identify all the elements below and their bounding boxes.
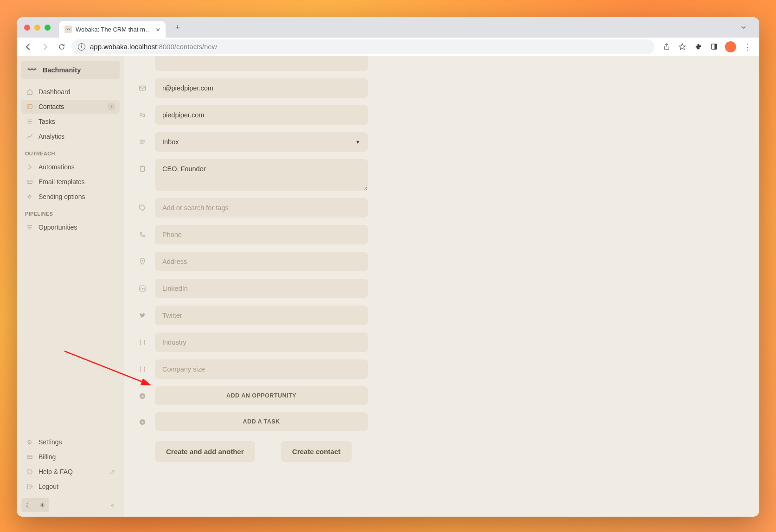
svg-point-15 <box>141 287 141 288</box>
twitter-input[interactable] <box>155 306 368 325</box>
clipboard-icon <box>138 165 147 173</box>
add-contact-badge-icon[interactable]: + <box>108 103 115 110</box>
window-close-button[interactable] <box>24 25 30 31</box>
tab-favicon-icon: 〰 <box>64 26 72 33</box>
main-content: Inbox ▼ <box>124 56 759 517</box>
extensions-icon[interactable] <box>693 42 703 51</box>
link-icon <box>138 111 147 119</box>
name-icon <box>138 58 147 66</box>
sidebar-item-label: Help & FAQ <box>38 468 73 475</box>
custom-field-icon <box>138 338 147 346</box>
company-size-input[interactable] <box>155 359 368 379</box>
sidebar-item-opportunities[interactable]: Opportunities <box>21 220 120 234</box>
name-input[interactable] <box>155 56 368 71</box>
browser-address-bar: i app.wobaka.localhost:8000/contacts/new… <box>17 38 759 56</box>
sidebar-item-settings[interactable]: ⚙ Settings <box>21 435 120 449</box>
nav-back-button[interactable] <box>21 40 35 54</box>
sidebar-footer: ⚙ Settings Billing ? Help & FAQ <box>21 435 120 512</box>
profile-avatar-icon[interactable] <box>725 41 736 52</box>
svg-point-12 <box>141 206 141 207</box>
address-input[interactable] <box>155 252 368 271</box>
location-icon <box>138 257 147 266</box>
sidebar-section-pipelines: PIPELINES <box>21 205 120 219</box>
sidebar-item-help[interactable]: ? Help & FAQ <box>21 465 120 479</box>
workspace-logo-icon: 〰 <box>28 65 36 75</box>
tab-title: Wobaka: The CRM that makes <box>76 26 152 33</box>
svg-rect-1 <box>714 44 717 49</box>
caret-down-icon: ▼ <box>355 139 360 145</box>
workspace-switcher[interactable]: 〰 Bachmanity <box>21 61 120 79</box>
sidebar-item-label: Billing <box>38 453 56 461</box>
sidebar-item-contacts[interactable]: Contacts + <box>21 100 120 114</box>
sidepanel-icon[interactable] <box>709 42 718 51</box>
window-controls <box>24 25 51 31</box>
add-opportunity-button[interactable]: ADD AN OPPORTUNITY <box>155 386 368 405</box>
window-maximize-button[interactable] <box>45 25 51 31</box>
add-task-button[interactable]: ADD A TASK <box>155 412 368 431</box>
svg-rect-6 <box>27 455 32 459</box>
sidebar-item-logout[interactable]: Logout <box>21 480 120 494</box>
bookmark-star-icon[interactable] <box>678 42 687 51</box>
svg-text:?: ? <box>29 470 31 474</box>
tag-icon <box>138 204 147 212</box>
notes-textarea[interactable] <box>155 159 368 191</box>
tabs-dropdown-icon[interactable] <box>737 21 750 34</box>
contact-form: Inbox ▼ <box>138 65 368 462</box>
svg-point-5 <box>28 195 31 198</box>
app-root: 〰 Bachmanity Dashboard Contacts + <box>17 56 759 517</box>
sidebar-item-email-templates[interactable]: Email templates <box>21 175 120 189</box>
linkedin-icon <box>138 284 147 293</box>
sidebar-nav: Dashboard Contacts + Tasks <box>21 85 120 234</box>
theme-dark-button[interactable]: ☾ <box>21 498 35 512</box>
share-icon[interactable] <box>662 42 671 51</box>
email-icon <box>138 84 147 92</box>
tab-close-icon[interactable]: × <box>156 26 160 33</box>
sun-icon: ☀ <box>39 501 45 509</box>
sidebar-item-billing[interactable]: Billing <box>21 450 120 464</box>
industry-input[interactable] <box>155 333 368 352</box>
sidebar-item-label: Tasks <box>38 118 55 125</box>
tags-input[interactable] <box>155 198 368 218</box>
custom-field-icon <box>138 365 147 373</box>
sidebar-item-sending-options[interactable]: Sending options <box>21 190 120 204</box>
sidebar-item-dashboard[interactable]: Dashboard <box>21 85 120 99</box>
email-input[interactable] <box>155 78 368 98</box>
website-input[interactable] <box>155 105 368 125</box>
sidebar-item-tasks[interactable]: Tasks <box>21 115 120 128</box>
linkedin-input[interactable] <box>155 279 368 298</box>
sidebar-item-label: Dashboard <box>38 88 71 96</box>
automation-icon <box>26 164 33 170</box>
nav-reload-button[interactable] <box>55 40 69 54</box>
envelope-icon <box>26 179 33 185</box>
url-input[interactable]: i app.wobaka.localhost:8000/contacts/new <box>71 39 654 54</box>
create-add-another-button[interactable]: Create and add another <box>155 441 255 462</box>
list-icon <box>138 138 147 146</box>
sidebar-item-label: Logout <box>38 483 58 490</box>
nav-forward-button[interactable] <box>38 40 52 54</box>
svg-rect-2 <box>27 105 32 109</box>
create-contact-button[interactable]: Create contact <box>281 441 352 462</box>
sidebar-collapse-button[interactable]: « <box>106 498 120 512</box>
twitter-icon <box>138 311 147 320</box>
chevron-left-double-icon: « <box>111 501 115 509</box>
external-link-icon <box>110 469 115 474</box>
sidebar-item-automations[interactable]: Automations <box>21 160 120 174</box>
phone-input[interactable] <box>155 225 368 244</box>
theme-toggle: ☾ ☀ « <box>21 498 120 512</box>
browser-menu-icon[interactable]: ⋮ <box>743 42 752 51</box>
help-icon: ? <box>26 468 33 475</box>
browser-tab[interactable]: 〰 Wobaka: The CRM that makes × <box>59 21 166 38</box>
window-minimize-button[interactable] <box>34 25 40 31</box>
site-info-icon[interactable]: i <box>78 43 85 51</box>
status-select[interactable]: Inbox ▼ <box>155 132 368 152</box>
sidebar-item-analytics[interactable]: Analytics <box>21 129 120 143</box>
status-value: Inbox <box>162 138 179 146</box>
theme-light-button[interactable]: ☀ <box>35 498 49 512</box>
svg-point-3 <box>28 106 30 108</box>
new-tab-button[interactable]: + <box>171 21 184 34</box>
gear-icon: ⚙ <box>26 439 33 446</box>
browser-tab-bar: 〰 Wobaka: The CRM that makes × + <box>17 17 759 38</box>
home-icon <box>26 89 33 95</box>
sidebar-section-outreach: OUTREACH <box>21 144 120 159</box>
svg-rect-9 <box>140 86 146 90</box>
